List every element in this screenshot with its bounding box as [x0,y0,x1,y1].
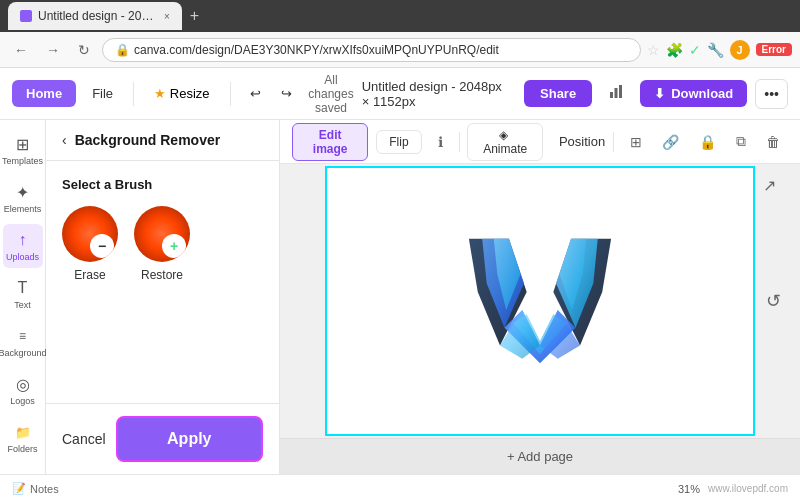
toolbar-icon-group: ⊞ 🔗 🔒 ⧉ 🗑 [622,129,788,154]
panel-body: Select a Brush − Erase + Restore [46,161,279,403]
resize-label: Resize [170,86,210,101]
flip-button[interactable]: Flip [376,130,421,154]
templates-label: Templates [2,156,43,166]
erase-brush-label: Erase [74,268,105,282]
animate-label: Animate [483,142,527,156]
browser-controls: ← → ↻ 🔒 canva.com/design/DAE3Y30NKPY/xrw… [0,32,800,68]
restore-icon: + [162,234,186,258]
tab-title: Untitled design - 2048 × 1152px [38,9,158,23]
error-badge: Error [756,43,792,56]
lock-icon-button[interactable]: 🔒 [691,129,724,154]
canvas-image [440,211,640,391]
tab-close-btn[interactable]: × [164,11,170,22]
logos-icon: ◎ [13,374,33,394]
star-resize-icon: ★ [154,86,166,101]
status-bar: 📝 Notes 31% www.ilovepdf.com [0,474,800,502]
sidebar-item-uploads[interactable]: ↑ Uploads [3,224,43,268]
undo-redo-group: ↩ ↪ [242,82,300,105]
download-label: Download [671,86,733,101]
logos-label: Logos [10,396,35,406]
canvas-refresh-button[interactable]: ↺ [766,290,781,312]
analytics-button[interactable] [600,80,632,107]
sidebar-item-templates[interactable]: ⊞ Templates [3,128,43,172]
templates-icon: ⊞ [13,134,33,154]
restore-brush-item[interactable]: + Restore [134,206,190,282]
sidebar-item-elements[interactable]: ✦ Elements [3,176,43,220]
canvas-container: ↺ [325,166,755,436]
zoom-level: 31% [678,483,700,495]
sidebar-item-more[interactable]: ••• More [3,464,43,474]
panel-back-button[interactable]: ‹ [62,132,67,148]
ext-puzzle-icon[interactable]: 🔧 [707,42,724,58]
background-remover-panel: ‹ Background Remover Select a Brush − Er… [46,120,280,474]
apply-button[interactable]: Apply [116,416,263,462]
address-bar[interactable]: 🔒 canva.com/design/DAE3Y30NKPY/xrwXIfs0x… [102,38,641,62]
sidebar-item-text[interactable]: T Text [3,272,43,316]
toolbar-divider-1 [133,82,134,106]
new-tab-button[interactable]: + [186,3,203,29]
elements-label: Elements [4,204,42,214]
cancel-button[interactable]: Cancel [62,431,106,447]
notes-button[interactable]: 📝 Notes [12,482,59,495]
uploads-label: Uploads [6,252,39,262]
edit-image-button[interactable]: Edit image [292,123,368,161]
browser-chrome: Untitled design - 2048 × 1152px × + [0,0,800,32]
undo-button[interactable]: ↩ [242,82,269,105]
background-icon: ≡ [13,326,33,346]
file-button[interactable]: File [84,82,121,105]
tab-favicon [20,10,32,22]
image-toolbar: Edit image Flip ℹ ◈ Animate Position ⊞ 🔗… [280,120,800,164]
add-page-bar[interactable]: + Add page [280,438,800,474]
restore-brush-label: Restore [141,268,183,282]
erase-brush-item[interactable]: − Erase [62,206,118,282]
refresh-nav-button[interactable]: ↻ [72,38,96,62]
resize-button[interactable]: ★ Resize [146,82,218,105]
background-label: Background [0,348,47,358]
analytics-icon [608,84,624,100]
more-options-button[interactable]: ••• [755,79,788,109]
erase-brush-circle: − [62,206,118,262]
star-icon[interactable]: ☆ [647,42,660,58]
browser-tab[interactable]: Untitled design - 2048 × 1152px × [8,2,182,30]
info-button[interactable]: ℹ [430,130,451,154]
restore-brush-circle: + [134,206,190,262]
canvas-scroll[interactable]: ⧉ ↗ [280,164,800,438]
user-avatar[interactable]: J [730,40,750,60]
uploads-icon: ↑ [13,230,33,250]
v-logo-svg [450,221,630,381]
delete-icon-button[interactable]: 🗑 [758,129,788,154]
panel-footer: Cancel Apply [46,403,279,474]
download-icon: ⬇ [654,86,665,101]
brush-section-title: Select a Brush [62,177,263,192]
folders-label: Folders [7,444,37,454]
forward-nav-button[interactable]: → [40,38,66,62]
back-nav-button[interactable]: ← [8,38,34,62]
sidebar-item-background[interactable]: ≡ Background [3,320,43,364]
ext-icon-1[interactable]: 🧩 [666,42,683,58]
canvas-export-button[interactable]: ↗ [755,172,784,199]
home-button[interactable]: Home [12,80,76,107]
notes-icon: 📝 [12,482,26,495]
link-icon-button[interactable]: 🔗 [654,129,687,154]
download-button[interactable]: ⬇ Download [640,80,747,107]
position-label: Position [559,134,605,149]
grid-icon-button[interactable]: ⊞ [622,129,650,154]
share-button[interactable]: Share [524,80,592,107]
toolbar-separator [459,132,460,152]
svg-rect-2 [619,85,622,98]
sidebar-item-logos[interactable]: ◎ Logos [3,368,43,412]
main-content: ⊞ Templates ✦ Elements ↑ Uploads T Text … [0,120,800,474]
notes-label: Notes [30,483,59,495]
panel-title: Background Remover [75,132,220,148]
lock-icon: 🔒 [115,43,130,57]
animate-icon: ◈ [499,128,508,142]
text-label: Text [14,300,31,310]
animate-button[interactable]: ◈ Animate [467,123,542,161]
watermark: www.ilovepdf.com [708,483,788,494]
sidebar-item-folders[interactable]: 📁 Folders [3,416,43,460]
redo-button[interactable]: ↪ [273,82,300,105]
svg-rect-0 [610,92,613,98]
copy-icon-button[interactable]: ⧉ [728,129,754,154]
ext-check-icon[interactable]: ✓ [689,42,701,58]
add-page-button[interactable]: + Add page [507,449,573,464]
